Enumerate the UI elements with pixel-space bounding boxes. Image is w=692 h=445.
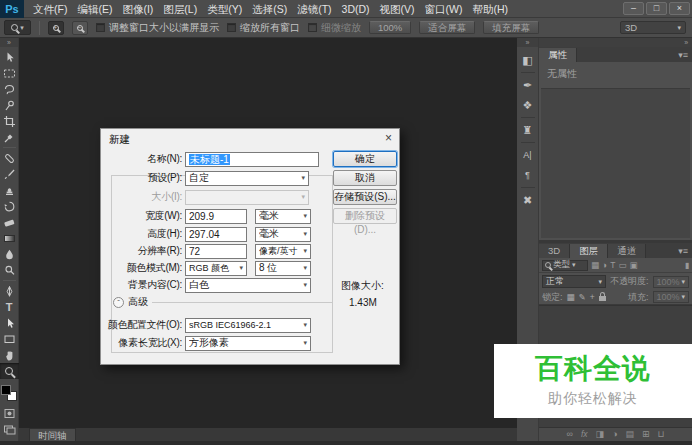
panel-menu-icon[interactable]: ▾≡ <box>678 50 688 60</box>
tab-3d[interactable]: 3D <box>539 244 570 258</box>
resolution-input[interactable]: 72 <box>185 244 247 259</box>
new-group-icon[interactable]: ▤ <box>625 428 634 441</box>
tool-presets-panel-icon[interactable]: ✖ <box>517 190 539 210</box>
resolution-unit-dropdown[interactable]: 像素/英寸▾ <box>255 244 311 259</box>
menu-help[interactable]: 帮助(H) <box>468 0 514 18</box>
menu-layer[interactable]: 图层(L) <box>158 0 202 18</box>
width-unit-dropdown[interactable]: 毫米▾ <box>255 209 311 224</box>
lock-position-icon[interactable]: + <box>590 291 595 303</box>
color-mode-dropdown[interactable]: RGB 颜色▾ <box>185 261 247 276</box>
fit-screen-button[interactable]: 适合屏幕 <box>419 21 475 34</box>
blur-tool[interactable] <box>0 246 19 262</box>
resize-windows-to-fit-checkbox[interactable]: 调整窗口大小以满屏显示 <box>96 21 219 35</box>
collapse-tools-icon[interactable]: » <box>0 38 18 47</box>
move-tool[interactable] <box>0 49 19 65</box>
clone-stamp-tool[interactable] <box>0 182 19 198</box>
tab-properties[interactable]: 属性 <box>539 48 577 62</box>
character-panel-icon[interactable]: A| <box>517 145 539 165</box>
lasso-tool[interactable] <box>0 81 19 97</box>
menu-file[interactable]: 文件(F) <box>28 0 72 18</box>
filter-adjustment-layers-icon[interactable]: ◑ <box>602 260 607 271</box>
rectangle-tool[interactable] <box>0 331 19 347</box>
menu-type[interactable]: 类型(Y) <box>202 0 247 18</box>
new-adjustment-layer-icon[interactable]: ◑ <box>612 428 617 441</box>
eraser-tool[interactable] <box>0 214 19 230</box>
bit-depth-dropdown[interactable]: 8 位▾ <box>255 261 311 276</box>
maximize-button[interactable]: □ <box>646 2 667 15</box>
pen-tool[interactable] <box>0 283 19 299</box>
layer-style-icon[interactable]: fx <box>581 428 588 441</box>
lock-all-icon[interactable] <box>599 296 606 301</box>
height-unit-dropdown[interactable]: 毫米▾ <box>255 227 311 242</box>
blend-mode-dropdown[interactable]: 正常 ▾ <box>542 275 606 288</box>
zoom-in-button[interactable]: + <box>48 21 64 35</box>
pixel-aspect-ratio-dropdown[interactable]: 方形像素▾ <box>185 336 311 351</box>
quick-mask-button[interactable] <box>0 405 19 421</box>
screen-mode-button[interactable] <box>0 421 19 437</box>
adjustments-panel-icon[interactable]: ◧ <box>517 50 539 70</box>
path-selection-tool[interactable] <box>0 315 19 331</box>
delete-layer-icon[interactable]: ⊔ <box>658 428 665 441</box>
filter-shape-layers-icon[interactable]: ▭ <box>618 260 626 271</box>
brush-presets-panel-icon[interactable]: ❖ <box>517 95 539 115</box>
menu-filter[interactable]: 滤镜(T) <box>292 0 336 18</box>
color-profile-dropdown[interactable]: sRGB IEC61966-2.1▾ <box>185 318 311 333</box>
ok-button[interactable]: 确定 <box>333 151 397 167</box>
rectangular-marquee-tool[interactable] <box>0 65 19 81</box>
history-brush-tool[interactable] <box>0 198 19 214</box>
tab-layers[interactable]: 图层 <box>570 244 608 258</box>
collapse-panels-icon[interactable]: » <box>539 38 692 47</box>
preset-dropdown[interactable]: 自定▾ <box>185 171 309 186</box>
collapse-dock-icon[interactable]: » <box>517 38 538 47</box>
new-layer-icon[interactable]: ⊞ <box>642 428 650 441</box>
filter-type-layers-icon[interactable]: T <box>610 260 615 271</box>
zoom-out-button[interactable]: − <box>72 21 88 35</box>
lock-image-pixels-icon[interactable]: ✎ <box>579 291 586 303</box>
zoom-tool-preset-button[interactable]: ▾ <box>4 20 31 35</box>
menu-view[interactable]: 视图(V) <box>375 0 420 18</box>
zoom-tool[interactable] <box>0 363 19 379</box>
menu-image[interactable]: 图像(I) <box>117 0 158 18</box>
link-layers-icon[interactable]: ∞ <box>566 428 572 441</box>
cancel-button[interactable]: 取消 <box>333 170 397 186</box>
clone-source-panel-icon[interactable]: ♜ <box>517 120 539 140</box>
paragraph-panel-icon[interactable]: ¶ <box>517 165 539 185</box>
fill-screen-button[interactable]: 填充屏幕 <box>483 21 539 34</box>
add-layer-mask-icon[interactable]: ◨ <box>596 428 605 441</box>
height-input[interactable]: 297.04 <box>185 227 247 242</box>
background-contents-dropdown[interactable]: 白色▾ <box>185 278 311 293</box>
save-preset-button[interactable]: 存储预设(S)... <box>333 189 397 205</box>
filter-toggle-icon[interactable]: ▮ <box>685 261 689 270</box>
menu-window[interactable]: 窗口(W) <box>420 0 468 18</box>
lock-transparent-pixels-icon[interactable]: ▦ <box>567 291 575 303</box>
dodge-tool[interactable] <box>0 262 19 278</box>
tab-timeline[interactable]: 时间轴 <box>29 428 76 441</box>
styles-panel-icon[interactable]: ✒ <box>517 75 539 95</box>
layer-filter-type-dropdown[interactable]: 类型 ▾ <box>542 260 588 271</box>
eyedropper-tool[interactable] <box>0 129 19 145</box>
brush-tool[interactable] <box>0 166 19 182</box>
width-input[interactable]: 209.9 <box>185 209 247 224</box>
actual-pixels-button[interactable]: 100% <box>369 21 411 34</box>
hand-tool[interactable] <box>0 347 19 363</box>
panel-menu-icon[interactable]: ▾≡ <box>678 246 688 256</box>
menu-3d[interactable]: 3D(D) <box>337 0 375 18</box>
quick-selection-tool[interactable] <box>0 97 19 113</box>
filter-pixel-layers-icon[interactable]: ▦ <box>591 260 599 271</box>
spot-healing-brush-tool[interactable] <box>0 150 19 166</box>
advanced-toggle-icon[interactable]: ˆ <box>113 297 124 308</box>
horizontal-type-tool[interactable]: T <box>0 299 19 315</box>
tab-channels[interactable]: 通道 <box>608 244 646 258</box>
workspace-switcher[interactable]: 3D ▾ <box>620 21 686 34</box>
menu-select[interactable]: 选择(S) <box>247 0 292 18</box>
menu-edit[interactable]: 编辑(E) <box>72 0 117 18</box>
zoom-all-windows-checkbox[interactable]: 缩放所有窗口 <box>227 21 300 35</box>
gradient-tool[interactable] <box>0 230 19 246</box>
foreground-color-swatch[interactable] <box>1 385 11 395</box>
minimize-button[interactable]: – <box>623 2 644 15</box>
dialog-close-icon[interactable]: × <box>385 132 392 144</box>
filter-smart-objects-icon[interactable]: ▣ <box>629 260 637 271</box>
close-window-button[interactable]: × <box>669 2 690 15</box>
name-input[interactable]: 未标题-1 <box>185 152 319 167</box>
crop-tool[interactable] <box>0 113 19 129</box>
